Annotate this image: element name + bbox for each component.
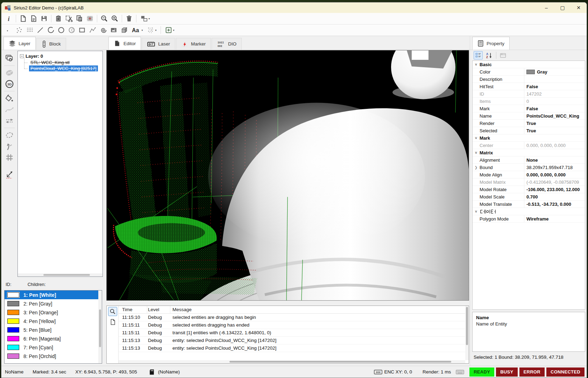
points-tool-button[interactable]: [14, 25, 24, 35]
pen-list-item[interactable]: 1: Pen [White]: [5, 290, 102, 299]
grid-button[interactable]: [3, 152, 15, 163]
maximize-button[interactable]: ▢: [554, 2, 571, 13]
add-layer-button[interactable]: [3, 53, 15, 64]
line-tool-button[interactable]: [35, 25, 45, 35]
image-tool-button[interactable]: [108, 25, 119, 35]
minimize-button[interactable]: –: [538, 2, 554, 13]
log-row[interactable]: 11:15:11 Debug selected entities draggin…: [119, 321, 469, 329]
property-row[interactable]: ˅❯ Bound 38.209x71.959x47.718: [473, 164, 585, 171]
tab-marker[interactable]: Marker: [176, 38, 211, 50]
info-button[interactable]: i: [3, 14, 14, 23]
tree-item-stl[interactable]: STL: WCC_King.stl: [20, 59, 102, 65]
fill-button[interactable]: [3, 93, 15, 104]
chevron-down-icon[interactable]: ˅: [475, 136, 477, 140]
view-3d-button[interactable]: 3D: [3, 78, 15, 90]
pen-list-vscrollbar[interactable]: [98, 290, 102, 363]
log-row[interactable]: 11:15:10 Debug selected entities are dra…: [119, 314, 469, 321]
arc-tool-button[interactable]: [45, 25, 56, 35]
pen-list-item[interactable]: 3: Pen [Orange]: [5, 308, 102, 317]
pen-list-item[interactable]: 5: Pen [Blue]: [5, 326, 102, 334]
new-file-button[interactable]: [18, 14, 28, 23]
log-col-message[interactable]: Message: [170, 307, 469, 312]
chevron-down-icon[interactable]: ˅: [475, 63, 477, 66]
property-row[interactable]: ˅❯ HitTest False: [473, 83, 585, 90]
property-row[interactable]: ˅❯ Selected True: [473, 127, 585, 134]
log-hscrollbar[interactable]: [119, 360, 465, 363]
property-row[interactable]: ˅❯ ID 147202: [473, 90, 585, 98]
chevron-down-icon[interactable]: ˅: [475, 210, 477, 214]
tree-hscrollbar[interactable]: [18, 273, 102, 276]
copy-button[interactable]: [74, 14, 85, 23]
pen-list-item[interactable]: 6: Pen [Magenta]: [5, 334, 102, 343]
log-col-level[interactable]: Level: [147, 306, 170, 313]
tab-laser[interactable]: Laser: [142, 38, 175, 50]
spiral-tool-button[interactable]: [98, 25, 108, 35]
pen-list-item[interactable]: 7: Pen [Cyan]: [5, 343, 102, 352]
log-zoom-button[interactable]: [108, 307, 117, 316]
property-row[interactable]: ˅❯ Name PointsCloud_WCC_King: [473, 112, 585, 120]
pen-list-item[interactable]: 2: Pen [Gray]: [5, 299, 102, 308]
tab-block[interactable]: Block: [36, 38, 66, 50]
property-row[interactable]: ˅❯ Model Translate -0.513, -34.723, 0.00…: [473, 201, 585, 208]
property-row[interactable]: ˅❯ Description: [473, 76, 585, 83]
mesh-button[interactable]: [3, 67, 15, 78]
merge-cells-button[interactable]: [85, 14, 95, 23]
sort-az-button[interactable]: AZ: [485, 51, 494, 59]
tree-collapse-icon[interactable]: –: [20, 54, 24, 58]
tab-editor[interactable]: Editor: [108, 37, 141, 50]
property-row[interactable]: ˅❯ Center 0.000, 0.000, 0.000: [473, 142, 585, 149]
property-row[interactable]: ˅❯ Mark: [473, 134, 585, 142]
property-row[interactable]: ˅❯ Alignment None: [473, 156, 585, 164]
pen-list-item[interactable]: 8: Pen [Orchid]: [5, 352, 102, 360]
tree-root-layer0[interactable]: – Layer: 0: [20, 53, 102, 59]
save-file-button[interactable]: [39, 14, 49, 23]
property-row[interactable]: ˅❯ 데이터: [473, 208, 585, 215]
points-grid-tool-button[interactable]: [24, 25, 35, 35]
close-button[interactable]: ✕: [571, 2, 587, 13]
cut-button[interactable]: [64, 14, 74, 23]
axis-button[interactable]: [3, 169, 15, 180]
open-file-button[interactable]: [28, 14, 39, 23]
pen-list-item[interactable]: 4: Pen [Yellow]: [5, 317, 102, 326]
chevron-right-icon[interactable]: ❯: [475, 166, 477, 169]
dither-tool-button[interactable]: ▾: [145, 25, 159, 35]
log-row[interactable]: 11:15:13 Debug entity: selected PointsCl…: [119, 337, 469, 344]
property-row[interactable]: ˅❯ Mode Align 0.000, 0.000, 0.000: [473, 171, 585, 178]
property-row[interactable]: ˅❯ Mark False: [473, 105, 585, 112]
property-row[interactable]: ˅❯ Model Scale 0.700: [473, 193, 585, 201]
donut-tool-button[interactable]: [66, 25, 77, 35]
zoom-in-button[interactable]: [109, 14, 120, 23]
branch-button[interactable]: [3, 141, 15, 152]
property-row[interactable]: ˅❯ Polygon Mode Wireframe: [473, 215, 585, 223]
viewport-3d[interactable]: [106, 50, 469, 301]
paste-button[interactable]: [53, 14, 64, 23]
tab-property[interactable]: Property: [472, 37, 510, 50]
categorized-button[interactable]: [474, 51, 483, 59]
rectangle-tool-button[interactable]: [77, 25, 87, 35]
zoom-out-button[interactable]: [99, 14, 109, 23]
property-row[interactable]: ˅❯ Color Gray: [473, 68, 585, 76]
align-layout-button[interactable]: ▾: [138, 14, 152, 23]
insert-block-button[interactable]: ▾: [163, 25, 177, 35]
property-row[interactable]: ˅❯ Render True: [473, 120, 585, 127]
transfer-button[interactable]: [3, 115, 15, 126]
box3d-tool-button[interactable]: [119, 25, 129, 35]
property-pages-button[interactable]: [498, 51, 508, 59]
point-tool-button[interactable]: [3, 25, 14, 35]
tab-dio[interactable]: IOIIOOI DIO: [212, 38, 242, 50]
log-col-time[interactable]: Time: [119, 306, 147, 313]
property-row[interactable]: ˅❯ Basic: [473, 61, 585, 68]
tab-layer[interactable]: Layer: [3, 37, 36, 50]
property-row[interactable]: ˅❯ Model Matrix (-0.4120649, -0.08758709: [473, 178, 585, 186]
text-tool-button[interactable]: Aa▾: [129, 25, 145, 35]
delete-button[interactable]: [124, 14, 134, 23]
tree-item-pointscloud[interactable]: PointsCloud_WCC_King [82517]: [20, 65, 102, 71]
polyline-tool-button[interactable]: [87, 25, 98, 35]
log-row[interactable]: 11:15:13 Debug entity: selected PointsCl…: [119, 344, 469, 352]
log-row[interactable]: 11:15:11 Debug transit [1] entities with…: [119, 329, 469, 337]
circle-tool-button[interactable]: [56, 25, 66, 35]
property-row[interactable]: ˅❯ Items 0: [473, 98, 585, 105]
hatch-button[interactable]: [3, 130, 15, 141]
log-page-button[interactable]: [108, 317, 117, 327]
property-row[interactable]: ˅❯ Model Rotate -106.000, 233.000, 12.00…: [473, 186, 585, 193]
